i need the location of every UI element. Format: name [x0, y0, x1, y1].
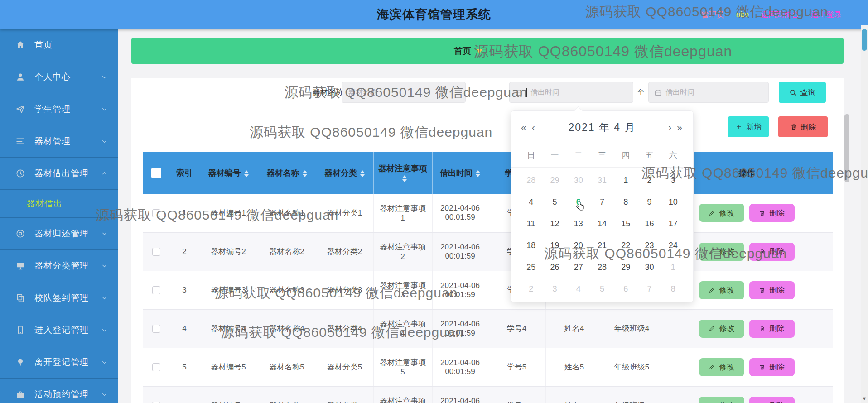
- delete-row-button[interactable]: 删除: [749, 204, 795, 222]
- table-row: 5器材编号5器材名称5器材分类5器材注意事项52021-04-06 00:01:…: [143, 348, 833, 386]
- calendar-day[interactable]: 9: [637, 191, 661, 213]
- sort-icon[interactable]: [244, 170, 249, 177]
- calendar-day[interactable]: 2: [637, 169, 661, 191]
- query-button[interactable]: 查询: [779, 82, 826, 103]
- column-header[interactable]: 器材名称: [258, 152, 316, 194]
- browser-scrollbar-thumb[interactable]: [862, 29, 867, 51]
- select-all-checkbox[interactable]: [151, 168, 161, 178]
- sort-icon[interactable]: [360, 170, 365, 177]
- next-year-button[interactable]: »: [677, 122, 683, 133]
- sidebar-item-team-signin-mgmt[interactable]: 校队签到管理: [0, 282, 118, 314]
- calendar-day-today[interactable]: 6: [567, 191, 590, 213]
- calendar-day[interactable]: 12: [543, 213, 566, 235]
- calendar-day[interactable]: 3: [661, 169, 685, 191]
- delete-button[interactable]: 删除: [778, 116, 828, 137]
- calendar-day[interactable]: 4: [567, 278, 590, 300]
- prev-year-button[interactable]: «: [521, 122, 527, 133]
- calendar-day[interactable]: 11: [519, 213, 543, 235]
- calendar-day[interactable]: 6: [614, 278, 637, 300]
- calendar-day[interactable]: 28: [590, 256, 614, 278]
- date-end-input[interactable]: 借出时间: [648, 82, 769, 103]
- sort-icon[interactable]: [402, 175, 407, 182]
- calendar-day[interactable]: 27: [567, 256, 590, 278]
- sidebar-item-equipment-lend-mgmt[interactable]: 器材借出管理: [0, 158, 118, 190]
- calendar-day[interactable]: 15: [614, 213, 637, 235]
- calendar-day[interactable]: 8: [614, 191, 637, 213]
- column-header[interactable]: 器材编号: [199, 152, 258, 194]
- calendar-day[interactable]: 5: [590, 278, 614, 300]
- add-button[interactable]: 新增: [728, 116, 769, 137]
- sidebar-item-equipment-return-mgmt[interactable]: 器材归还管理: [0, 218, 118, 250]
- calendar-day[interactable]: 21: [590, 235, 614, 256]
- calendar-day[interactable]: 19: [543, 235, 566, 256]
- logout-link[interactable]: 退出登录: [811, 10, 842, 20]
- edit-row-button[interactable]: 修改: [699, 243, 744, 261]
- row-checkbox[interactable]: [152, 209, 160, 217]
- calendar-day[interactable]: 30: [567, 169, 590, 191]
- edit-row-button[interactable]: 修改: [699, 358, 744, 376]
- edit-row-button[interactable]: 修改: [699, 281, 744, 299]
- sidebar-item-equipment-category-mgmt[interactable]: 器材分类管理: [0, 250, 118, 282]
- calendar-day[interactable]: 24: [661, 235, 685, 256]
- row-checkbox[interactable]: [152, 286, 160, 294]
- breadcrumb-home[interactable]: 首页: [454, 45, 471, 57]
- prev-month-button[interactable]: ‹: [532, 122, 536, 133]
- column-header[interactable]: 借出时间: [432, 152, 488, 194]
- delete-row-button[interactable]: 删除: [749, 320, 795, 338]
- sidebar-item-student-mgmt[interactable]: 学生管理: [0, 93, 118, 125]
- calendar-day[interactable]: 10: [661, 191, 685, 213]
- keyword-input[interactable]: [342, 82, 466, 103]
- calendar-day[interactable]: 18: [519, 235, 543, 256]
- calendar-day[interactable]: 5: [543, 191, 566, 213]
- calendar-day[interactable]: 22: [614, 235, 637, 256]
- sidebar-item-entry-register-mgmt[interactable]: 进入登记管理: [0, 314, 118, 346]
- calendar-day[interactable]: 17: [661, 213, 685, 235]
- sidebar-item-profile[interactable]: 个人中心: [0, 61, 118, 93]
- calendar-day[interactable]: 13: [567, 213, 590, 235]
- scrollbar-down-arrow-icon[interactable]: ▼: [862, 396, 867, 401]
- calendar-day[interactable]: 23: [637, 235, 661, 256]
- content-scrollbar-thumb[interactable]: [844, 114, 849, 182]
- delete-row-button[interactable]: 删除: [749, 281, 795, 299]
- calendar-day[interactable]: 14: [590, 213, 614, 235]
- calendar-day[interactable]: 8: [661, 278, 685, 300]
- browser-scrollbar-track[interactable]: [861, 25, 868, 403]
- back-to-front-link[interactable]: 返回到前台: [761, 10, 799, 20]
- calendar-day[interactable]: 29: [614, 256, 637, 278]
- edit-row-button[interactable]: 修改: [699, 204, 744, 222]
- calendar-day[interactable]: 7: [590, 191, 614, 213]
- calendar-day[interactable]: 16: [637, 213, 661, 235]
- sidebar-item-activity-booking-mgmt[interactable]: 活动预约管理: [0, 379, 118, 403]
- calendar-day[interactable]: 1: [661, 256, 685, 278]
- sidebar-item-home[interactable]: 首页: [0, 29, 118, 61]
- calendar-day[interactable]: 30: [637, 256, 661, 278]
- sidebar-item-leave-register-mgmt[interactable]: 离开登记管理: [0, 346, 118, 379]
- calendar-day[interactable]: 7: [637, 278, 661, 300]
- sort-icon[interactable]: [303, 170, 307, 177]
- calendar-day[interactable]: 20: [567, 235, 590, 256]
- calendar-day[interactable]: 1: [614, 169, 637, 191]
- row-checkbox[interactable]: [152, 363, 160, 371]
- delete-row-button[interactable]: 删除: [749, 243, 795, 261]
- column-header[interactable]: 器材分类: [316, 152, 373, 194]
- calendar-day[interactable]: 4: [519, 191, 543, 213]
- date-start-input[interactable]: 借出时间: [509, 82, 633, 103]
- calendar-day[interactable]: 25: [519, 256, 543, 278]
- sidebar-item-equipment-mgmt[interactable]: 器材管理: [0, 125, 118, 158]
- calendar-day[interactable]: 29: [543, 169, 566, 191]
- delete-row-button[interactable]: 删除: [749, 358, 795, 376]
- sidebar-item-equipment-lend[interactable]: 器材借出: [0, 190, 118, 218]
- edit-row-button[interactable]: 修改: [699, 320, 744, 338]
- sort-icon[interactable]: [476, 170, 480, 177]
- next-month-button[interactable]: ›: [668, 122, 672, 133]
- edit-row-button[interactable]: 修改: [699, 397, 744, 403]
- column-header[interactable]: 器材注意事项: [373, 152, 432, 194]
- calendar-day[interactable]: 2: [519, 278, 543, 300]
- row-checkbox[interactable]: [152, 248, 160, 256]
- row-checkbox[interactable]: [152, 325, 160, 333]
- delete-row-button[interactable]: 删除: [749, 397, 795, 403]
- calendar-day[interactable]: 3: [543, 278, 566, 300]
- calendar-day[interactable]: 28: [519, 169, 543, 191]
- calendar-day[interactable]: 31: [590, 169, 614, 191]
- calendar-day[interactable]: 26: [543, 256, 566, 278]
